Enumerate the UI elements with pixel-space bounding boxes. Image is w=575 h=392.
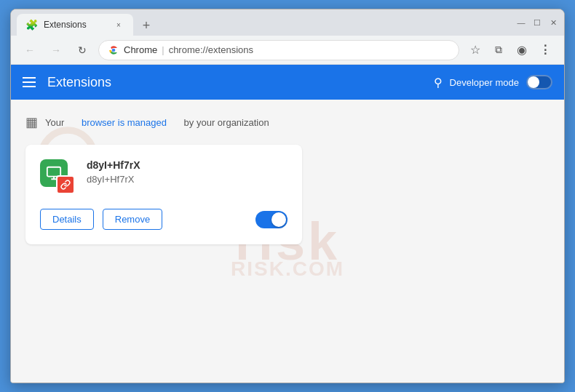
nav-actions: ☆ ⧉ ◉ ⋮ [465, 40, 555, 60]
extensions-page-title: Extensions [47, 75, 434, 90]
extension-icon-wrapper [40, 159, 75, 194]
managed-link[interactable]: browser is managed [82, 117, 167, 128]
tab-strip: 🧩 Extensions × + [17, 9, 512, 36]
search-extensions-icon[interactable]: ⚲ [434, 76, 443, 89]
maximize-button[interactable]: ☐ [532, 17, 542, 28]
minimize-button[interactable]: — [516, 17, 526, 28]
developer-mode-section: ⚲ Developer mode [434, 75, 552, 89]
back-button[interactable]: ← [20, 40, 40, 60]
address-chrome-label: Chrome [124, 44, 157, 55]
svg-point-0 [112, 48, 116, 52]
extension-badge-icon [56, 175, 75, 194]
tab-title: Extensions [44, 20, 87, 30]
new-tab-button[interactable]: + [136, 15, 156, 36]
menu-button[interactable]: ⋮ [535, 40, 555, 60]
extensions-header: Extensions ⚲ Developer mode [11, 65, 564, 100]
address-url: chrome://extensions [169, 44, 253, 55]
main-content: risk RISK.COM ▦ Your browser is managed … [11, 100, 564, 383]
tab-close-button[interactable]: × [113, 19, 124, 31]
window-controls: — ☐ ✕ [516, 17, 558, 28]
close-button[interactable]: ✕ [548, 17, 558, 28]
title-bar: 🧩 Extensions × + — ☐ ✕ [11, 9, 564, 36]
nav-bar: ← → ↻ Chrome | chrome://extensions ☆ ⧉ ◉… [11, 36, 564, 65]
remove-button[interactable]: Remove [103, 209, 162, 230]
hamburger-menu[interactable] [23, 77, 36, 87]
extension-card-bottom: Details Remove [40, 209, 288, 230]
address-divider: | [162, 44, 164, 55]
chrome-logo-icon [108, 44, 119, 56]
forward-button[interactable]: → [46, 40, 66, 60]
extension-id: d8yI+Hf7rX [87, 174, 288, 185]
tab-puzzle-icon: 🧩 [25, 19, 38, 31]
bookmark-button[interactable]: ☆ [465, 40, 485, 60]
developer-mode-toggle[interactable] [526, 75, 552, 89]
extensions-button[interactable]: ⧉ [488, 40, 509, 60]
extension-toggle-knob [271, 212, 286, 227]
browser-window: 🧩 Extensions × + — ☐ ✕ ← → ↻ [10, 9, 565, 383]
watermark-subtext: RISK.COM [231, 257, 344, 281]
extension-name: d8yI+Hf7rX [87, 159, 288, 171]
extension-card-top: d8yI+Hf7rX d8yI+Hf7rX [40, 159, 288, 194]
active-tab[interactable]: 🧩 Extensions × [17, 14, 133, 36]
extension-info: d8yI+Hf7rX d8yI+Hf7rX [87, 159, 288, 185]
managed-notice: ▦ Your browser is managed by your organi… [25, 114, 550, 130]
address-bar[interactable]: Chrome | chrome://extensions [98, 40, 459, 60]
managed-text-after: by your organization [184, 117, 269, 128]
refresh-button[interactable]: ↻ [72, 40, 92, 60]
managed-icon: ▦ [25, 114, 38, 130]
account-button[interactable]: ◉ [512, 40, 532, 60]
extension-card: d8yI+Hf7rX d8yI+Hf7rX Details Remove [25, 145, 302, 244]
developer-mode-label: Developer mode [450, 77, 519, 88]
details-button[interactable]: Details [40, 209, 94, 230]
extension-enable-toggle[interactable] [255, 211, 288, 228]
toggle-knob [528, 76, 539, 88]
managed-text-before: Your [45, 117, 64, 128]
